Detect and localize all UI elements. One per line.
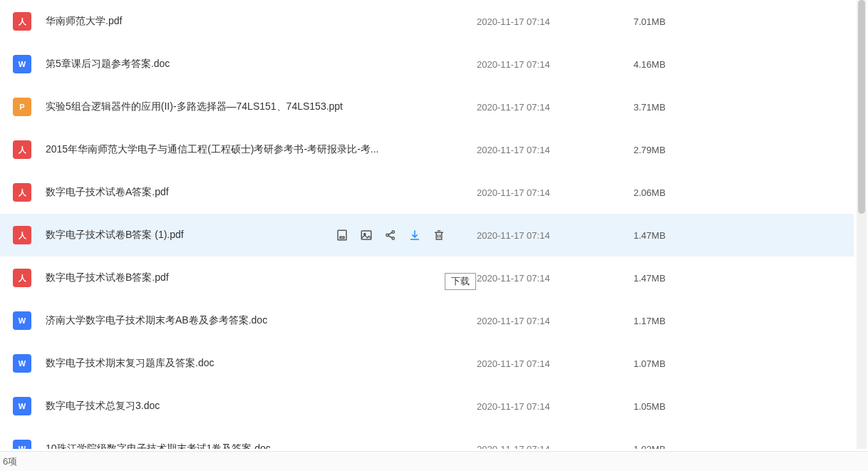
file-row[interactable]: P实验5组合逻辑器件的应用(II)-多路选择器—74LS151、74LS153.… (0, 86, 854, 128)
file-name[interactable]: 数字电子技术试卷A答案.pdf (46, 186, 477, 199)
svg-point-5 (392, 231, 394, 233)
file-row[interactable]: W第5章课后习题参考答案.doc2020-11-17 07:144.16MB (0, 43, 854, 86)
svg-point-6 (392, 237, 394, 239)
detail-action-icon[interactable] (335, 228, 349, 242)
file-name[interactable]: 第5章课后习题参考答案.doc (46, 58, 477, 71)
file-name[interactable]: 数字电子技术期末复习题库及答案.doc (46, 357, 477, 370)
file-date: 2020-11-17 07:14 (477, 59, 634, 70)
file-row[interactable]: 人数字电子技术试卷B答案 (1).pdf2020-11-17 07:141.47… (0, 214, 854, 257)
file-row[interactable]: W数字电子技术期末复习题库及答案.doc2020-11-17 07:141.07… (0, 342, 854, 385)
image-action-icon[interactable] (359, 228, 373, 242)
doc-file-icon: W (13, 311, 31, 330)
ppt-file-icon: P (13, 98, 31, 116)
file-date: 2020-11-17 07:14 (477, 230, 634, 241)
file-name[interactable]: 华南师范大学.pdf (46, 15, 477, 28)
file-name[interactable]: 济南大学数字电子技术期末考AB卷及参考答案.doc (46, 314, 477, 327)
status-text: 6项 (3, 455, 17, 468)
scrollbar-track[interactable] (857, 0, 867, 449)
svg-point-4 (386, 234, 388, 236)
file-size: 7.01MB (634, 16, 719, 27)
file-row[interactable]: 人2015年华南师范大学电子与通信工程(工程硕士)考研参考书-考研报录比-考..… (0, 128, 854, 171)
pdf-file-icon: 人 (13, 140, 31, 159)
file-size: 3.71MB (634, 102, 719, 113)
file-name[interactable]: 实验5组合逻辑器件的应用(II)-多路选择器—74LS151、74LS153.p… (46, 100, 477, 113)
file-date: 2020-11-17 07:14 (477, 102, 634, 113)
svg-rect-2 (361, 231, 371, 239)
share-action-icon[interactable] (383, 228, 398, 242)
doc-file-icon: W (13, 397, 31, 415)
file-date: 2020-11-17 07:14 (477, 358, 634, 369)
file-row[interactable]: 人数字电子技术试卷B答案.pdf2020-11-17 07:141.47MB (0, 257, 854, 299)
file-size: 1.47MB (634, 273, 719, 284)
file-row[interactable]: 人数字电子技术试卷A答案.pdf2020-11-17 07:142.06MB (0, 171, 854, 214)
file-size: 1.02MB (634, 444, 719, 450)
file-row[interactable]: W10珠江学院级数字电子技术期末考试1卷及答案.doc2020-11-17 07… (0, 428, 854, 449)
file-row[interactable]: W数字电子技术总复习3.doc2020-11-17 07:141.05MB (0, 385, 854, 428)
file-date: 2020-11-17 07:14 (477, 401, 634, 412)
status-bar: 6项 (0, 451, 868, 471)
file-date: 2020-11-17 07:14 (477, 187, 634, 198)
doc-file-icon: W (13, 55, 31, 73)
file-date: 2020-11-17 07:14 (477, 444, 634, 450)
file-size: 1.07MB (634, 358, 719, 369)
file-name[interactable]: 10珠江学院级数字电子技术期末考试1卷及答案.doc (46, 442, 477, 449)
file-size: 2.79MB (634, 145, 719, 155)
doc-file-icon: W (13, 440, 31, 449)
file-size: 1.05MB (634, 401, 719, 412)
svg-rect-1 (340, 237, 344, 238)
file-date: 2020-11-17 07:14 (477, 273, 634, 284)
scrollbar-thumb[interactable] (858, 0, 865, 214)
file-row[interactable]: W济南大学数字电子技术期末考AB卷及参考答案.doc2020-11-17 07:… (0, 299, 854, 342)
file-size: 2.06MB (634, 187, 719, 198)
file-date: 2020-11-17 07:14 (477, 16, 634, 27)
file-name[interactable]: 2015年华南师范大学电子与通信工程(工程硕士)考研参考书-考研报录比-考... (46, 143, 477, 156)
file-list[interactable]: 人华南师范大学.pdf2020-11-17 07:147.01MBW第5章课后习… (0, 0, 854, 449)
file-row[interactable]: 人华南师范大学.pdf2020-11-17 07:147.01MB (0, 0, 854, 43)
download-action-icon[interactable] (408, 228, 422, 242)
file-date: 2020-11-17 07:14 (477, 145, 634, 155)
doc-file-icon: W (13, 354, 31, 373)
file-size: 4.16MB (634, 59, 719, 70)
download-tooltip: 下载 (445, 273, 476, 290)
delete-action-icon[interactable] (432, 228, 446, 242)
row-actions (335, 214, 446, 257)
file-size: 1.47MB (634, 230, 719, 241)
pdf-file-icon: 人 (13, 269, 31, 287)
pdf-file-icon: 人 (13, 183, 31, 202)
pdf-file-icon: 人 (13, 226, 31, 244)
file-date: 2020-11-17 07:14 (477, 316, 634, 326)
file-size: 1.17MB (634, 316, 719, 326)
file-name[interactable]: 数字电子技术试卷B答案.pdf (46, 271, 477, 284)
file-name[interactable]: 数字电子技术总复习3.doc (46, 400, 477, 413)
pdf-file-icon: 人 (13, 12, 31, 31)
